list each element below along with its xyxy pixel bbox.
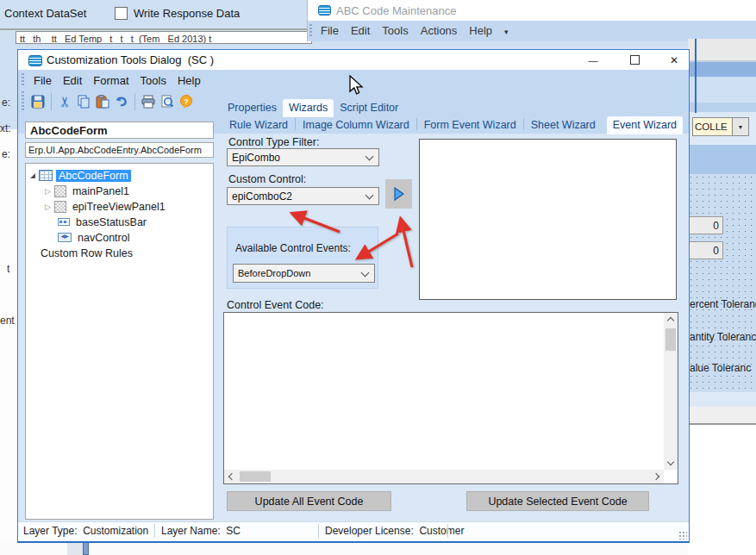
undo-icon[interactable] — [112, 92, 131, 111]
update-selected-event-code-button[interactable]: Update Selected Event Code — [466, 491, 649, 511]
control-event-code-label: Control Event Code: — [227, 299, 324, 311]
available-events-value: BeforeDropDown — [238, 268, 310, 278]
scroll-left-icon[interactable] — [228, 473, 235, 480]
clipped-path-field: tt th tt Ed Temp t t t (Tem Ed 2013) t — [16, 31, 312, 44]
tab-properties[interactable]: Properties — [222, 99, 283, 117]
custom-control-combo[interactable]: epiComboC2 — [227, 187, 379, 205]
menu-edit[interactable]: Edit — [63, 74, 82, 87]
toolbar-separator — [51, 93, 52, 110]
abc-window-title: ABC Code Maintenance — [336, 4, 456, 17]
add-event-button[interactable] — [385, 179, 412, 209]
panel-icon — [54, 201, 66, 213]
tab-wizards[interactable]: Wizards — [283, 99, 334, 117]
dialog-statusbar: Layer Type: Customization Layer Name: SC… — [18, 521, 689, 541]
abc-menu-tools[interactable]: Tools — [382, 24, 408, 37]
scroll-right-icon[interactable] — [653, 473, 659, 480]
panel-icon — [54, 185, 66, 197]
abc-numeric-field[interactable]: 0 — [688, 216, 723, 234]
available-events-combo[interactable]: BeforeDropDown — [233, 264, 375, 283]
cut-icon[interactable]: ✂ — [55, 92, 74, 111]
tree-item-mainpanel1[interactable]: ▷ mainPanel1 — [45, 184, 132, 198]
minimize-button[interactable]: — — [577, 50, 609, 70]
customization-tools-dialog: Customization Tools Dialog (SC ) — ✕ Fil… — [17, 49, 690, 543]
clipped-label: e: — [2, 148, 10, 160]
tree-item-navcontrol[interactable]: ◀▶ navControl — [58, 230, 132, 245]
control-type-filter-combo[interactable]: EpiCombo — [227, 148, 379, 166]
write-response-checkbox[interactable] — [115, 7, 128, 20]
save-icon[interactable] — [28, 92, 47, 111]
dialog-app-icon — [28, 55, 42, 66]
horizontal-scrollbar[interactable] — [224, 470, 664, 483]
abc-menu-help[interactable]: Help — [469, 24, 492, 37]
tab-sheet-wizard[interactable]: Sheet Wizard — [525, 116, 602, 134]
abc-menu-edit[interactable]: Edit — [351, 24, 370, 37]
tab-form-event-wizard[interactable]: Form Event Wizard — [418, 116, 522, 134]
abc-band-blue — [688, 62, 756, 77]
form-class-field[interactable]: Erp.UI.App.AbcCodeEntry.AbcCodeForm — [25, 142, 214, 158]
form-name-value: AbcCodeForm — [30, 124, 108, 137]
abc-clipped-label: alue Toleranc — [688, 362, 756, 375]
menu-format[interactable]: Format — [93, 74, 128, 87]
tab-image-column-wizard[interactable]: Image Column Wizard — [297, 116, 415, 134]
abc-app-icon — [318, 5, 331, 16]
abc-band-mid2 — [688, 145, 756, 174]
update-all-event-code-button[interactable]: Update All Event Code — [227, 491, 391, 511]
vertical-scroll-thumb[interactable] — [665, 328, 676, 351]
vertical-scrollbar[interactable] — [664, 313, 678, 470]
tree-item-custom-row-rules[interactable]: Custom Row Rules — [38, 246, 135, 260]
close-button[interactable]: ✕ — [658, 50, 690, 70]
copy-icon[interactable] — [74, 92, 93, 111]
play-icon — [392, 186, 406, 202]
event-listbox[interactable] — [419, 139, 677, 300]
control-type-filter-value: EpiCombo — [232, 152, 280, 164]
clipped-label: ent — [0, 315, 15, 327]
expander-closed-icon[interactable]: ▷ — [45, 187, 51, 196]
scroll-up-icon[interactable] — [667, 317, 674, 324]
control-tree[interactable]: AbcCodeForm ▷ mainPanel1 ▷ epiTreeViewPa… — [25, 163, 214, 520]
menu-help[interactable]: Help — [178, 74, 201, 87]
menu-file[interactable]: File — [34, 74, 52, 87]
form-name-field[interactable]: AbcCodeForm — [25, 122, 214, 139]
code-editor[interactable] — [223, 312, 678, 484]
help-icon[interactable]: ? — [177, 92, 196, 111]
tree-item-basestatusbar[interactable]: baseStatusBar — [58, 215, 149, 229]
main-tabs: Properties Wizards Script Editor — [222, 98, 404, 117]
abc-menu-file[interactable]: File — [321, 24, 339, 37]
menubar-grip — [22, 73, 24, 86]
svg-text:?: ? — [184, 97, 189, 106]
maximize-button[interactable] — [618, 50, 651, 70]
preview-icon[interactable] — [158, 92, 177, 111]
tree-item-abccodeform[interactable]: AbcCodeForm — [30, 168, 131, 183]
chevron-down-icon — [366, 191, 374, 200]
menu-tools[interactable]: Tools — [141, 74, 166, 87]
expander-closed-icon[interactable]: ▷ — [45, 203, 51, 211]
abc-band-mid — [688, 103, 756, 112]
dialog-menubar: File Edit Format Tools Help — [34, 74, 201, 87]
custom-control-value: epiComboC2 — [232, 190, 292, 203]
statusbar-separator — [447, 524, 448, 538]
expander-open-icon[interactable] — [30, 173, 35, 178]
abc-numeric-field[interactable]: 0 — [688, 241, 723, 259]
paste-icon[interactable] — [93, 92, 112, 111]
statusbar-separator — [318, 524, 319, 538]
tab-script-editor[interactable]: Script Editor — [334, 99, 404, 117]
abc-combo-field[interactable]: COLLE — [692, 117, 732, 136]
form-icon — [39, 170, 53, 181]
scrollbar-thumb[interactable] — [83, 541, 89, 555]
tab-rule-wizard[interactable]: Rule Wizard — [223, 116, 294, 134]
abc-clipped-label: ercent Toleranc — [688, 298, 756, 311]
tab-event-wizard[interactable]: Event Wizard — [607, 116, 683, 134]
dialog-title: Customization Tools Dialog (SC ) — [47, 53, 214, 66]
scrollbar-track-piece[interactable] — [67, 541, 83, 555]
print-icon[interactable] — [139, 92, 158, 111]
custom-control-label: Custom Control: — [228, 173, 306, 185]
horizontal-scroll-thumb[interactable] — [240, 471, 271, 482]
abc-menu-actions[interactable]: Actions — [421, 24, 458, 37]
scroll-down-icon[interactable] — [667, 458, 674, 465]
chevron-down-icon — [361, 269, 370, 278]
tree-item-epitreeviewpanel1[interactable]: ▷ epiTreeViewPanel1 — [45, 199, 168, 214]
resize-grip-icon[interactable] — [678, 531, 687, 539]
menu-overflow-icon[interactable]: ▾ — [504, 28, 509, 37]
write-response-label: Write Response Data — [134, 7, 240, 20]
abc-combo-dropdown-button[interactable]: ▼ — [732, 117, 749, 136]
